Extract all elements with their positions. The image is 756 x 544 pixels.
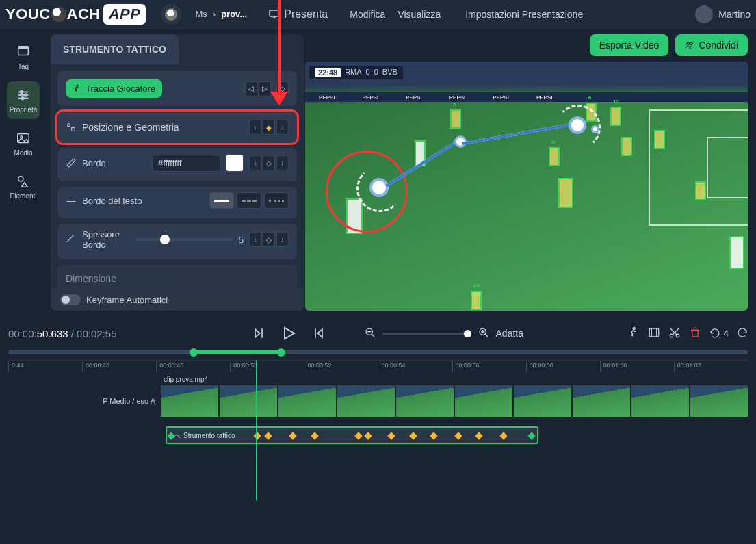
sidebar-elementi[interactable]: Elementi — [8, 168, 40, 205]
svg-point-26 — [633, 327, 635, 329]
user-menu[interactable]: Martino — [695, 5, 751, 23]
breadcrumb-current[interactable]: prov... — [221, 9, 247, 19]
keyframe-auto-toggle[interactable] — [60, 294, 81, 305]
geo-key-button[interactable]: ◆ — [263, 120, 275, 135]
acc-dimensione[interactable]: Dimensione — [57, 265, 297, 289]
play-button[interactable] — [280, 324, 298, 342]
delete-button[interactable] — [689, 326, 701, 341]
project-ball-icon[interactable] — [161, 4, 181, 25]
annotation-arrow — [278, 0, 281, 96]
app-logo: YOUCACHAPP — [5, 4, 146, 25]
topbar: YOUCACHAPP Ms › prov... Presenta Modific… — [0, 0, 756, 29]
menu-modifica[interactable]: Modifica — [350, 9, 385, 20]
score-overlay: 22:48 RMA 0 0 BVB — [309, 66, 403, 79]
zoom-in-button[interactable] — [478, 327, 489, 340]
cut-tool-button[interactable] — [668, 326, 681, 341]
menu-impostazioni-presentazione[interactable]: Impostazioni Presentazione — [465, 9, 583, 20]
track-label: P Medio / eso A — [8, 397, 161, 405]
acc-traccia-giocatore: Traccia Giocatore ◁ ▷ ◇ — [57, 71, 297, 106]
svg-point-11 — [18, 177, 23, 181]
property-panel: STRUMENTO TATTICO Traccia Giocatore ◁ ▷ … — [51, 34, 304, 311]
prev-frame-button[interactable] — [250, 324, 268, 342]
player-marker[interactable]: 12 — [610, 107, 621, 126]
geo-prev-button[interactable]: ‹ — [249, 120, 261, 135]
spess-prev-button[interactable]: ‹ — [249, 232, 261, 247]
sidebar-proprieta[interactable]: Proprietà — [7, 81, 40, 119]
running-person-icon — [73, 84, 81, 93]
bordo-color-input[interactable] — [152, 155, 220, 172]
svg-point-17 — [690, 42, 693, 44]
dash-style-options — [209, 192, 289, 209]
sliders-icon — [15, 87, 31, 103]
geo-next-button[interactable]: › — [276, 120, 289, 135]
svg-point-16 — [687, 42, 690, 44]
next-keyframe-button[interactable]: ▷ — [259, 81, 271, 96]
svg-line-21 — [372, 334, 374, 337]
share-button[interactable]: Condividi — [675, 34, 748, 56]
svg-point-12 — [77, 85, 78, 86]
next-frame-button[interactable] — [310, 324, 328, 342]
bordo-prev-button[interactable]: ‹ — [249, 155, 261, 170]
panel-title: STRUMENTO TATTICO — [51, 34, 179, 64]
thickness-icon — [66, 234, 77, 245]
sidebar: Tag Proprietà Media Elementi — [0, 29, 47, 316]
svg-rect-14 — [72, 128, 75, 131]
soccer-ball-icon — [51, 7, 66, 22]
dash-dotted[interactable] — [264, 192, 289, 209]
bordo-color-swatch[interactable] — [226, 154, 244, 172]
track-video: P Medio / eso A clip prova.mp4 — [8, 384, 748, 418]
traccia-giocatore-pill[interactable]: Traccia Giocatore — [66, 79, 162, 98]
zoom-out-button[interactable] — [365, 327, 376, 340]
bordo-next-button[interactable]: › — [276, 155, 289, 170]
player-marker[interactable]: 4 — [549, 147, 560, 166]
acc-bordo: Bordo ‹ ◇ › — [57, 148, 297, 181]
shapes-icon — [15, 173, 31, 190]
player-marker[interactable]: 5 — [450, 109, 461, 129]
zoom-fit-label[interactable]: Adatta — [496, 328, 523, 339]
video-viewport[interactable]: PEPSIPEPSIPEPSIPEPSIPEPSIPEPSI 22:48 RMA… — [305, 62, 748, 311]
playhead[interactable] — [256, 360, 257, 500]
spess-key-button[interactable]: ◇ — [263, 232, 275, 247]
tag-icon — [15, 44, 31, 60]
image-icon — [15, 130, 31, 146]
redo-button[interactable] — [737, 327, 748, 340]
player-marker[interactable] — [654, 130, 665, 149]
sidebar-media[interactable]: Media — [11, 125, 35, 162]
panel-footer: Keyframe Automatici — [51, 289, 304, 311]
main-menu: Modifica Visualizza Impostazioni Present… — [350, 9, 583, 20]
breadcrumb-ms[interactable]: Ms — [195, 9, 207, 19]
prev-keyframe-button[interactable]: ◁ — [245, 81, 257, 96]
spessore-value: 5 — [239, 235, 244, 245]
zoom-slider[interactable] — [382, 333, 471, 335]
export-video-button[interactable]: Esporta Video — [590, 34, 669, 56]
menu-visualizza[interactable]: Visualizza — [397, 9, 441, 20]
dash-solid[interactable] — [209, 192, 234, 209]
time-display: 00:00:50.633 / 00:02:55 — [8, 328, 117, 339]
ad-banner: PEPSIPEPSIPEPSIPEPSIPEPSIPEPSI — [305, 92, 748, 102]
player-marker[interactable] — [621, 137, 632, 156]
spess-next-button[interactable]: › — [276, 232, 289, 247]
time-ruler: 0:4400:00:4600:00:4800:00:5000:00:5200:0… — [8, 360, 748, 372]
timeline-controls: 00:00:50.633 / 00:02:55 Adatta 4 — [8, 322, 748, 348]
player-marker[interactable]: 14 — [471, 291, 482, 310]
dash-dashed[interactable] — [237, 192, 261, 209]
running-tool-button[interactable] — [627, 326, 640, 341]
acc-posizione-geometria[interactable]: Posizione e Geometria ‹ ◆ › — [57, 112, 297, 143]
acc-bordo-testo: — Bordo del testo — [57, 187, 297, 218]
user-name: Martino — [718, 9, 751, 20]
geometry-icon — [66, 122, 77, 133]
video-clip[interactable]: clip prova.mp4 — [161, 385, 748, 417]
svg-rect-1 — [18, 48, 29, 55]
svg-point-13 — [68, 124, 70, 127]
undo-button[interactable]: 4 — [709, 328, 729, 339]
svg-marker-15 — [270, 92, 288, 105]
range-bar[interactable] — [8, 350, 748, 354]
bordo-key-button[interactable]: ◇ — [263, 155, 275, 170]
player-marker[interactable] — [558, 178, 573, 208]
player-marker[interactable] — [729, 236, 744, 269]
tactic-clip[interactable]: Strumento tattico — [166, 426, 538, 444]
spessore-slider[interactable] — [135, 238, 233, 241]
player-marker[interactable] — [695, 181, 706, 200]
sidebar-tag[interactable]: Tag — [12, 38, 34, 76]
film-tool-button[interactable] — [648, 326, 660, 341]
